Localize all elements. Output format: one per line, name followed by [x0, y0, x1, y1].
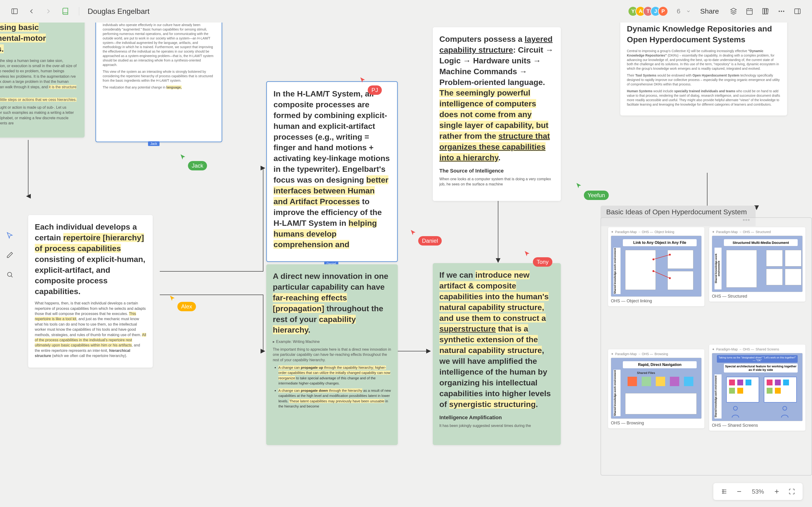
svg-point-10: [783, 10, 784, 12]
cursor-label-pj: PJ: [368, 86, 382, 95]
cursor-label-jack: Jack: [188, 161, 207, 170]
card-layered-capability[interactable]: Computers possess a layered capability s…: [433, 27, 561, 201]
svg-line-15: [653, 271, 670, 278]
card-hlamt-composite[interactable]: In the H-LAM/T System, all composite pro…: [266, 81, 398, 262]
thumb-structured[interactable]: ✦ Paradigm-Map → OHS — Structured Struct…: [709, 227, 805, 301]
book-icon[interactable]: [60, 6, 70, 16]
card-dkr[interactable]: Dynamic Knowledge Repositories and Open …: [620, 15, 787, 115]
thumb-shared-screens[interactable]: ✦ Paradigm-Map → OHS — Shared Screens Ta…: [709, 345, 805, 431]
thumb-browsing[interactable]: ✦ Paradigm-Map → OHS — Browsing Rapid, D…: [608, 349, 704, 429]
page-title[interactable]: Douglas Engelbart: [88, 7, 149, 16]
share-button[interactable]: Share: [696, 5, 723, 17]
cursor-label-yeefun: Yeefun: [584, 190, 609, 200]
svg-point-9: [781, 10, 782, 12]
presence-avatars: Y A T J P: [628, 6, 668, 16]
more-icon[interactable]: [776, 6, 786, 16]
forward-icon[interactable]: [43, 6, 54, 16]
svg-point-16: [653, 259, 654, 260]
fit-view-icon[interactable]: [786, 486, 797, 497]
card-basic-mental-motor[interactable]: d using basic y-mental-motor ties. size …: [0, 15, 85, 137]
card-superstructure[interactable]: If we can introduce new artifact & compo…: [433, 263, 561, 445]
avatar[interactable]: P: [658, 6, 668, 16]
svg-rect-0: [12, 9, 17, 14]
svg-point-8: [779, 10, 780, 12]
cursor-label-alex: Alex: [177, 302, 196, 311]
more-avatars-count[interactable]: 6: [677, 7, 680, 15]
svg-line-14: [653, 255, 670, 260]
library-icon[interactable]: [760, 6, 771, 16]
layers-icon[interactable]: [728, 6, 739, 16]
group-box[interactable]: ✦ Paradigm-Map → OHS — Object linking Li…: [601, 217, 812, 475]
list-view-icon[interactable]: [719, 486, 729, 497]
user-label-jack: Jack: [148, 141, 159, 146]
svg-point-21: [783, 406, 787, 410]
svg-rect-6: [763, 8, 764, 14]
svg-rect-7: [765, 8, 766, 14]
zoom-out-icon[interactable]: [734, 486, 744, 497]
back-icon[interactable]: [26, 6, 37, 16]
card-repertoire[interactable]: Each individual develops a certain reper…: [28, 215, 153, 368]
panel-right-icon[interactable]: [792, 6, 803, 16]
thumb-object-linking[interactable]: ✦ Paradigm-Map → OHS — Object linking Li…: [608, 227, 704, 306]
cursor-label-daniel: Daniel: [418, 236, 442, 245]
svg-point-18: [653, 270, 654, 272]
canvas[interactable]: d using basic y-mental-motor ties. size …: [0, 22, 812, 507]
zoom-level[interactable]: 53%: [749, 488, 767, 495]
svg-point-17: [669, 254, 671, 256]
sidebar-toggle-icon[interactable]: [9, 6, 20, 16]
top-toolbar: Douglas Engelbart Y A T J P 6 Share: [0, 0, 812, 22]
svg-rect-11: [795, 9, 800, 14]
svg-point-19: [669, 277, 671, 279]
cursor-label-tony: Tony: [533, 257, 552, 267]
chevron-down-icon[interactable]: [686, 9, 691, 14]
svg-rect-2: [747, 9, 752, 14]
svg-point-20: [733, 406, 738, 410]
zoom-in-icon[interactable]: [772, 486, 782, 497]
card-hlamt-augmented[interactable]: individuals who operate effectively in o…: [95, 15, 222, 142]
calendar-icon[interactable]: [744, 6, 755, 16]
card-propagation[interactable]: A direct new innovation in one particula…: [266, 264, 398, 445]
bottom-zoom-bar: 53%: [713, 483, 803, 500]
